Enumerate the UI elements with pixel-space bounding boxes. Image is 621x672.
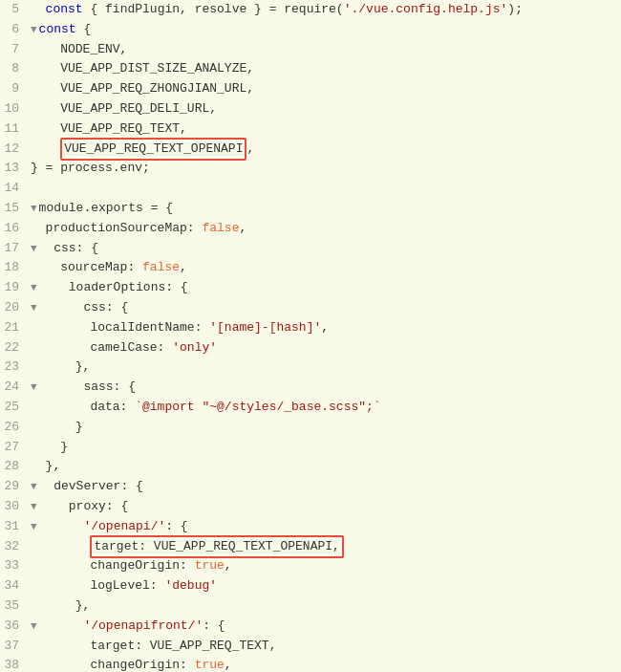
- line-content-37: target: VUE_APP_REQ_TEXT,: [31, 637, 621, 657]
- line-15: 15 ▼module.exports = {: [0, 199, 621, 219]
- line-content-12: VUE_APP_REQ_TEXT_OPENAPI,: [31, 140, 621, 160]
- line-23: 23 },: [0, 358, 621, 378]
- line-number-23: 23: [0, 358, 31, 378]
- line-number-32: 32: [0, 537, 31, 557]
- line-content-29: ▼ devServer: {: [31, 477, 621, 497]
- line-19: 19 ▼ loaderOptions: {: [0, 278, 621, 298]
- line-6: 6 ▼const {: [0, 20, 621, 40]
- line-7: 7 NODE_ENV,: [0, 40, 621, 60]
- line-content-27: }: [31, 438, 621, 458]
- line-number-27: 27: [0, 438, 31, 458]
- line-content-35: },: [31, 596, 621, 617]
- line-5: 5 const { findPlugin, resolve } = requir…: [0, 0, 621, 20]
- line-24: 24 ▼ sass: {: [0, 378, 621, 398]
- line-content-25: data: `@import "~@/styles/_base.scss";`: [31, 398, 621, 418]
- line-number-35: 35: [0, 596, 31, 617]
- line-number-18: 18: [0, 258, 31, 278]
- line-number-13: 13: [0, 159, 31, 179]
- line-content-31: ▼ '/openapi/': {: [31, 517, 621, 537]
- line-28: 28 },: [0, 457, 621, 477]
- line-36: 36 ▼ '/openapifront/': {: [0, 617, 621, 637]
- line-number-19: 19: [0, 278, 31, 298]
- line-number-16: 16: [0, 219, 31, 239]
- line-17: 17 ▼ css: {: [0, 239, 621, 259]
- line-number-11: 11: [0, 119, 31, 140]
- line-content-34: logLevel: 'debug': [31, 576, 621, 596]
- line-number-34: 34: [0, 576, 31, 596]
- line-35: 35 },: [0, 596, 621, 617]
- line-content-18: sourceMap: false,: [31, 258, 621, 278]
- line-20: 20 ▼ css: {: [0, 298, 621, 318]
- line-21: 21 localIdentName: '[name]-[hash]',: [0, 318, 621, 338]
- line-number-20: 20: [0, 298, 31, 318]
- line-content-36: ▼ '/openapifront/': {: [31, 617, 621, 637]
- line-10: 10 VUE_APP_REQ_DELI_URL,: [0, 99, 621, 119]
- line-33: 33 changeOrigin: true,: [0, 556, 621, 576]
- line-number-8: 8: [0, 59, 31, 79]
- line-content-33: changeOrigin: true,: [31, 556, 621, 576]
- line-34: 34 logLevel: 'debug': [0, 576, 621, 596]
- line-content-28: },: [31, 457, 621, 477]
- line-12: 12 VUE_APP_REQ_TEXT_OPENAPI,: [0, 140, 621, 160]
- line-13: 13 } = process.env;: [0, 159, 621, 179]
- line-number-15: 15: [0, 199, 31, 219]
- line-number-33: 33: [0, 556, 31, 576]
- line-25: 25 data: `@import "~@/styles/_base.scss"…: [0, 398, 621, 418]
- line-number-7: 7: [0, 40, 31, 60]
- line-27: 27 }: [0, 438, 621, 458]
- line-38: 38 changeOrigin: true,: [0, 656, 621, 672]
- line-number-38: 38: [0, 656, 31, 672]
- line-content-6: ▼const {: [31, 20, 621, 40]
- line-content-13: } = process.env;: [31, 159, 621, 179]
- code-editor: 5 const { findPlugin, resolve } = requir…: [0, 0, 621, 672]
- line-31: 31 ▼ '/openapi/': {: [0, 517, 621, 537]
- line-11: 11 VUE_APP_REQ_TEXT,: [0, 119, 621, 140]
- line-content-17: ▼ css: {: [31, 239, 621, 259]
- line-14: 14: [0, 179, 621, 199]
- line-content-7: NODE_ENV,: [31, 40, 621, 60]
- line-number-6: 6: [0, 20, 31, 40]
- line-number-29: 29: [0, 477, 31, 497]
- line-content-32: target: VUE_APP_REQ_TEXT_OPENAPI,: [31, 537, 621, 557]
- line-30: 30 ▼ proxy: {: [0, 497, 621, 517]
- line-number-30: 30: [0, 497, 31, 517]
- line-37: 37 target: VUE_APP_REQ_TEXT,: [0, 637, 621, 657]
- line-content-24: ▼ sass: {: [31, 378, 621, 398]
- line-number-9: 9: [0, 79, 31, 99]
- line-number-24: 24: [0, 378, 31, 398]
- line-number-10: 10: [0, 99, 31, 119]
- line-9: 9 VUE_APP_REQ_ZHONGJIAN_URL,: [0, 79, 621, 99]
- line-number-12: 12: [0, 140, 31, 160]
- line-content-22: camelCase: 'only': [31, 338, 621, 358]
- line-content-38: changeOrigin: true,: [31, 656, 621, 672]
- line-16: 16 productionSourceMap: false,: [0, 219, 621, 239]
- line-18: 18 sourceMap: false,: [0, 258, 621, 278]
- highlight-vue-app-req-text-openapi: VUE_APP_REQ_TEXT_OPENAPI: [60, 138, 246, 162]
- line-number-37: 37: [0, 637, 31, 657]
- line-29: 29 ▼ devServer: {: [0, 477, 621, 497]
- line-26: 26 }: [0, 418, 621, 438]
- line-number-25: 25: [0, 398, 31, 418]
- line-content-10: VUE_APP_REQ_DELI_URL,: [31, 99, 621, 119]
- line-content-23: },: [31, 358, 621, 378]
- line-number-22: 22: [0, 338, 31, 358]
- line-content-9: VUE_APP_REQ_ZHONGJIAN_URL,: [31, 79, 621, 99]
- line-number-21: 21: [0, 318, 31, 338]
- line-number-5: 5: [0, 0, 31, 20]
- line-content-30: ▼ proxy: {: [31, 497, 621, 517]
- line-number-14: 14: [0, 179, 31, 199]
- line-content-11: VUE_APP_REQ_TEXT,: [31, 119, 621, 140]
- line-content-15: ▼module.exports = {: [31, 199, 621, 219]
- highlight-target-openapi: target: VUE_APP_REQ_TEXT_OPENAPI,: [90, 535, 343, 559]
- line-32: 32 target: VUE_APP_REQ_TEXT_OPENAPI,: [0, 537, 621, 557]
- line-number-26: 26: [0, 418, 31, 438]
- line-content-21: localIdentName: '[name]-[hash]',: [31, 318, 621, 338]
- line-number-28: 28: [0, 457, 31, 477]
- line-content-5: const { findPlugin, resolve } = require(…: [31, 0, 621, 20]
- line-22: 22 camelCase: 'only': [0, 338, 621, 358]
- line-content-20: ▼ css: {: [31, 298, 621, 318]
- line-content-19: ▼ loaderOptions: {: [31, 278, 621, 298]
- line-number-36: 36: [0, 617, 31, 637]
- line-number-31: 31: [0, 517, 31, 537]
- line-content-26: }: [31, 418, 621, 438]
